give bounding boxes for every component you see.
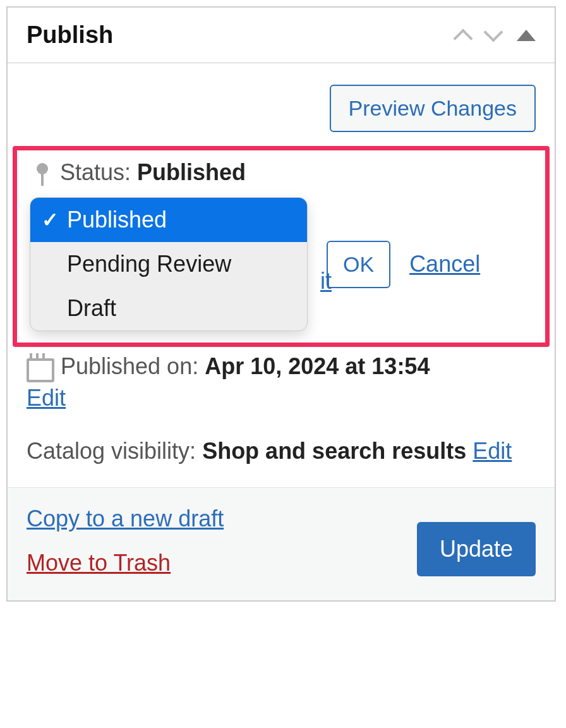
panel-footer: Copy to a new draft Move to Trash Update — [8, 487, 555, 600]
footer-left: Copy to a new draft Move to Trash — [27, 506, 224, 576]
status-controls-row: Published Pending Review Draft OK Cancel — [30, 197, 533, 331]
status-option-pending-review[interactable]: Pending Review — [30, 242, 307, 286]
panel-header: Publish — [8, 8, 555, 63]
published-on-value: Apr 10, 2024 at 13:54 — [205, 353, 430, 379]
catalog-visibility-value: Shop and search results — [202, 438, 466, 464]
collapse-toggle-icon[interactable] — [517, 30, 536, 41]
status-option-published[interactable]: Published — [30, 198, 307, 242]
publish-panel: Publish Preview Changes Status: Publishe… — [6, 6, 556, 602]
copy-to-new-draft-link[interactable]: Copy to a new draft — [27, 506, 224, 532]
published-on-label: Published on: — [61, 353, 198, 379]
panel-header-controls — [456, 25, 536, 46]
cancel-link[interactable]: Cancel — [409, 251, 480, 277]
panel-title: Publish — [27, 21, 113, 49]
pin-icon — [35, 166, 49, 179]
update-button[interactable]: Update — [417, 522, 536, 576]
move-up-icon[interactable] — [453, 28, 473, 48]
catalog-visibility-label: Catalog visibility: — [27, 438, 196, 464]
ok-button[interactable]: OK — [327, 241, 390, 288]
preview-changes-button[interactable]: Preview Changes — [330, 85, 536, 132]
move-to-trash-link[interactable]: Move to Trash — [27, 550, 224, 576]
panel-body: Preview Changes Status: Published Publis… — [8, 63, 555, 487]
published-on-row: Published on: Apr 10, 2024 at 13:54 — [8, 347, 555, 384]
status-highlight-box: Status: Published Published Pending Revi… — [13, 146, 550, 347]
edit-date-link[interactable]: Edit — [27, 385, 536, 411]
status-dropdown[interactable]: Published Pending Review Draft — [30, 197, 308, 331]
calendar-icon — [27, 355, 49, 377]
status-line: Status: Published — [35, 159, 533, 186]
move-down-icon[interactable] — [483, 22, 503, 42]
status-option-draft[interactable]: Draft — [30, 286, 307, 331]
status-label: Status: — [60, 159, 131, 185]
edit-catalog-link[interactable]: Edit — [473, 438, 512, 464]
status-value: Published — [137, 159, 246, 185]
preview-row: Preview Changes — [8, 63, 555, 146]
obscured-edit-link-fragment: it — [320, 268, 332, 294]
catalog-visibility-row: Catalog visibility: Shop and search resu… — [8, 429, 555, 487]
